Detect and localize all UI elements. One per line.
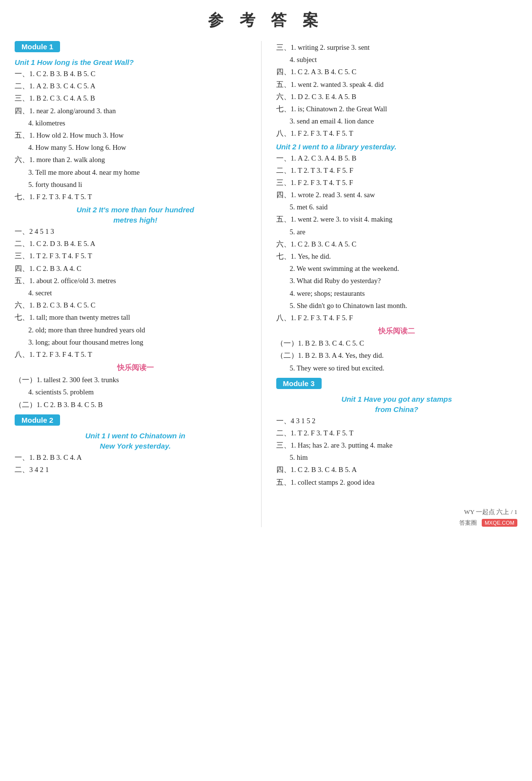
module2-badge: Module 2: [15, 414, 256, 429]
left-column: Module 1 Unit 1 How long is the Great Wa…: [15, 41, 262, 527]
kuaile1: 快乐阅读一 （一）1. tallest 2. 300 feet 3. trunk…: [15, 363, 256, 411]
module3-unit1: Unit 1 Have you got any stamps from Chin…: [276, 395, 518, 488]
page-title: 参 考 答 案: [15, 10, 517, 31]
module1-badge: Module 1: [15, 41, 256, 55]
module3-badge: Module 3: [276, 378, 518, 392]
module1-unit1: Unit 1 How long is the Great Wall? 一、1. …: [15, 58, 256, 203]
footer: WY 一起点 六上 / 1: [276, 508, 518, 516]
right-column: 三、1. writing 2. surprise 3. sent 4. subj…: [271, 41, 518, 527]
module1-unit2: Unit 2 It's more than four hundred metre…: [15, 206, 256, 360]
module2-unit2: Unit 2 I went to a library yesterday. 一、…: [276, 143, 518, 324]
module2-unit1: Unit 1 I went to Chinatown in New York y…: [15, 432, 256, 475]
module2-continued: 三、1. writing 2. surprise 3. sent 4. subj…: [276, 42, 518, 140]
footer-logo-area: 答案圈 MXQE.COM: [276, 519, 518, 527]
kuaile2: 快乐阅读二 （一）1. B 2. B 3. C 4. C 5. C （二）1. …: [276, 327, 518, 374]
